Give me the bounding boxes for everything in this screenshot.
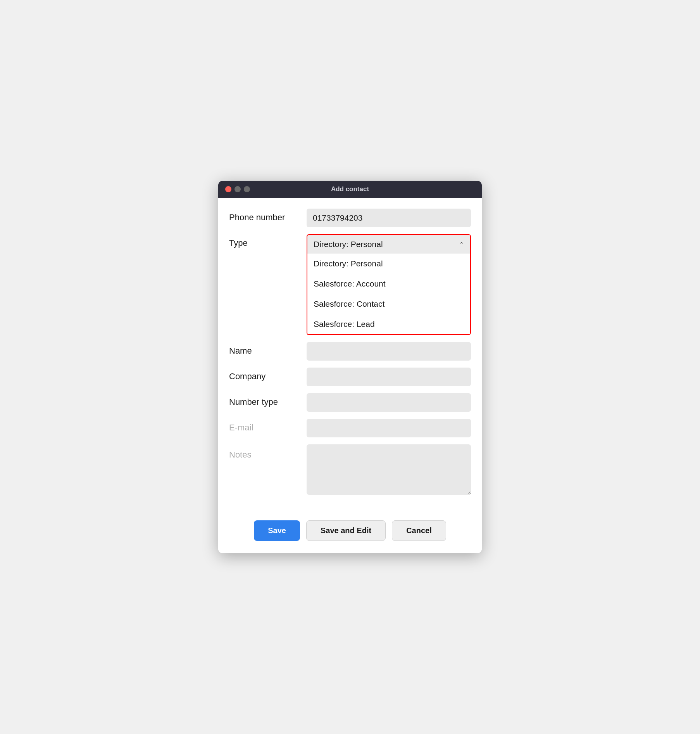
email-input[interactable] (307, 419, 471, 437)
notes-label: Notes (229, 444, 307, 460)
dropdown-item-3[interactable]: Salesforce: Lead (307, 314, 470, 334)
company-input[interactable] (307, 368, 471, 386)
notes-row: Notes (229, 444, 471, 495)
close-button[interactable] (225, 186, 231, 192)
chevron-up-icon: ⌃ (459, 241, 464, 248)
name-input[interactable] (307, 342, 471, 361)
phone-number-row: Phone number (229, 209, 471, 227)
number-type-input[interactable] (307, 393, 471, 412)
notes-input[interactable] (307, 444, 471, 495)
maximize-button[interactable] (244, 186, 250, 192)
type-label: Type (229, 234, 307, 248)
type-dropdown-menu: Directory: Personal Salesforce: Account … (307, 254, 471, 335)
name-row: Name (229, 342, 471, 361)
phone-number-label: Phone number (229, 209, 307, 223)
company-label: Company (229, 368, 307, 382)
dropdown-item-0[interactable]: Directory: Personal (307, 254, 470, 274)
type-dropdown-selected[interactable]: Directory: Personal ⌃ (307, 234, 471, 254)
window-title: Add contact (331, 185, 369, 193)
phone-number-input[interactable] (307, 209, 471, 227)
dropdown-item-1[interactable]: Salesforce: Account (307, 274, 470, 294)
save-and-edit-button[interactable]: Save and Edit (306, 520, 386, 541)
company-row: Company (229, 368, 471, 386)
email-row: E-mail (229, 419, 471, 437)
type-row: Type Directory: Personal ⌃ Directory: Pe… (229, 234, 471, 335)
form-body: Phone number Type Directory: Personal ⌃ … (218, 198, 482, 511)
minimize-button[interactable] (234, 186, 241, 192)
email-label: E-mail (229, 419, 307, 433)
footer: Save Save and Edit Cancel (218, 511, 482, 553)
type-selected-value: Directory: Personal (314, 240, 383, 249)
type-dropdown-wrapper: Directory: Personal ⌃ Directory: Persona… (307, 234, 471, 335)
add-contact-window: Add contact Phone number Type Directory:… (218, 181, 482, 553)
titlebar: Add contact (218, 181, 482, 198)
name-label: Name (229, 342, 307, 356)
save-button[interactable]: Save (254, 520, 300, 541)
dropdown-item-2[interactable]: Salesforce: Contact (307, 294, 470, 314)
number-type-label: Number type (229, 393, 307, 407)
cancel-button[interactable]: Cancel (392, 520, 446, 541)
number-type-row: Number type (229, 393, 471, 412)
